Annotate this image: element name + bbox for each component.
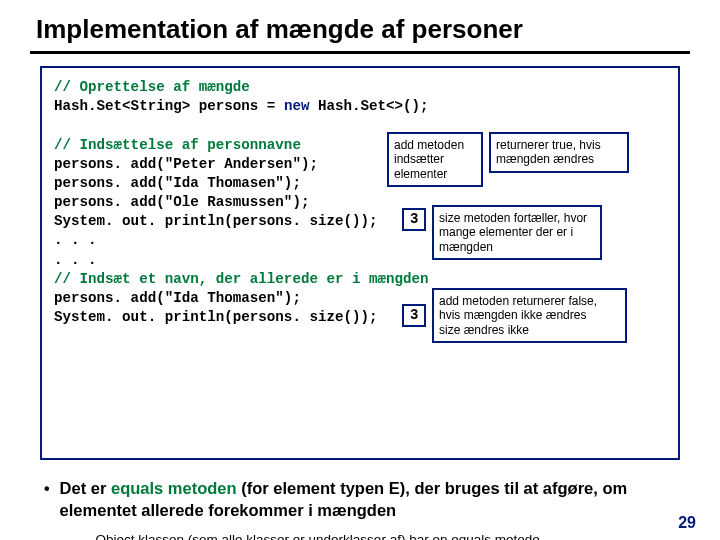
code-line: persons. add("Ida Thomasen"); — [54, 290, 301, 306]
annotation-text: add metoden returnerer false, hvis mængd… — [439, 294, 597, 322]
code-line: persons. add("Peter Andersen"); — [54, 156, 318, 172]
slide-title: Implementation af mængde af personer — [30, 10, 690, 54]
code-comment: // Indsættelse af personnavne — [54, 137, 301, 153]
bullet-list: • Det er equals metoden (for element typ… — [44, 478, 672, 540]
code-box: // Oprettelse af mængde Hash.Set<String>… — [40, 66, 680, 460]
annotation-return-false: add metoden returnerer false, hvis mængd… — [432, 288, 627, 343]
annotation-text: size ændres ikke — [439, 323, 529, 337]
annotation-size: size metoden fortæller, hvor mange eleme… — [432, 205, 602, 260]
output-value-2: 3 — [402, 304, 426, 327]
bullet-sub-text: Object klassen (som alle klasser er unde… — [96, 531, 540, 540]
code-line: Hash.Set<>(); — [309, 98, 428, 114]
annotation-add: add metoden indsætter elementer — [387, 132, 483, 187]
code-comment: // Oprettelse af mængde — [54, 79, 250, 95]
code-line: . . . — [54, 232, 97, 248]
code-line: System. out. println(persons. size()); — [54, 213, 378, 229]
code-line: persons. add("Ida Thomasen"); — [54, 175, 301, 191]
code-keyword: new — [284, 98, 310, 114]
bullet-main-text: Det er equals metoden (for element typen… — [60, 478, 672, 521]
annotation-return-true: returnerer true, hvis mængden ændres — [489, 132, 629, 173]
page-number: 29 — [678, 514, 696, 532]
bullet-dash-icon: – — [80, 531, 88, 540]
code-comment: // Indsæt et navn, der allerede er i mæn… — [54, 271, 429, 287]
bullet-main: • Det er equals metoden (for element typ… — [44, 478, 672, 521]
code-line: persons. add("Ole Rasmussen"); — [54, 194, 309, 210]
bullet-dot-icon: • — [44, 478, 50, 521]
code-line: System. out. println(persons. size()); — [54, 309, 378, 325]
code-line: Hash.Set<String> persons = — [54, 98, 284, 114]
bullet-sub: – Object klassen (som alle klasser er un… — [80, 531, 672, 540]
emphasized-text: equals metoden — [111, 479, 237, 497]
output-value-1: 3 — [402, 208, 426, 231]
code-line: . . . — [54, 252, 97, 268]
